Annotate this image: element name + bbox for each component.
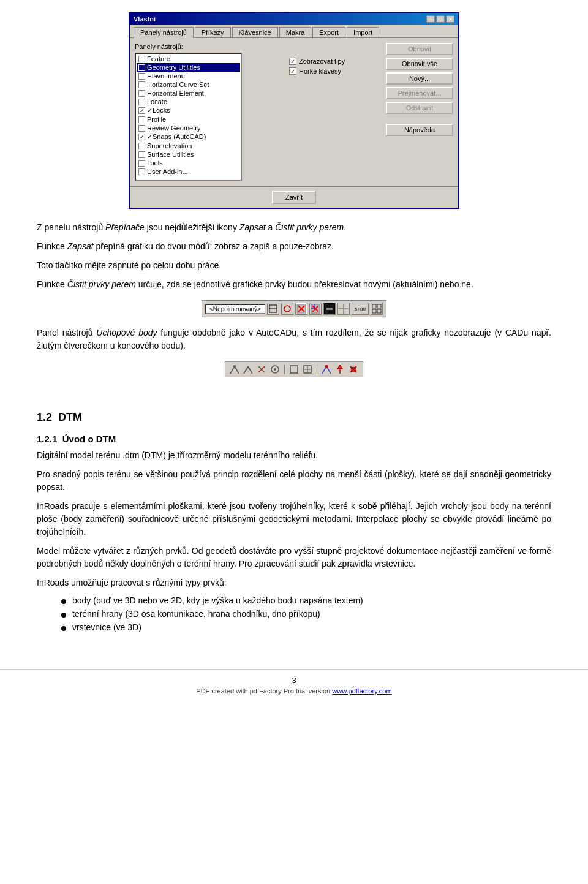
list-item[interactable]: Geometry Utilities [137, 63, 240, 72]
toolbar-icon-zapsat[interactable] [295, 303, 307, 315]
toolbar-icon-counter[interactable]: 5+00 [352, 303, 369, 315]
svg-point-23 [247, 369, 249, 371]
dtm-paragraph-4: Model můžete vytvářet z různých prvků. O… [37, 545, 551, 570]
dialog-title: Vlastní [134, 15, 156, 23]
checkbox-profile[interactable] [138, 116, 145, 123]
paragraph-2: Funkce Zapsat přepíná grafiku do dvou mó… [37, 240, 551, 253]
tab-commands[interactable]: Příkazy [195, 27, 231, 37]
page-number: 3 [292, 676, 296, 685]
list-item[interactable]: Horizontal Element [137, 89, 240, 97]
panel-label: Panely nástrojů: [135, 43, 284, 50]
snap-icon-5[interactable] [288, 364, 300, 375]
snap-icon-6[interactable] [302, 364, 313, 375]
checkbox-tipy-label: Zobrazovat tipy [299, 58, 345, 65]
zavrit-button[interactable]: Zavřít [272, 191, 316, 204]
list-item[interactable]: Review Geometry [137, 124, 240, 132]
list-item[interactable]: User Add-in... [137, 167, 240, 176]
toolbar-icon-1[interactable] [267, 303, 279, 315]
snap-icon-8[interactable] [334, 364, 345, 375]
prejmenovat-button[interactable]: Přejmenovat... [386, 87, 453, 99]
toolbar-icon-grid[interactable] [371, 303, 383, 315]
snap-icon-3[interactable] [256, 364, 267, 375]
dtm-paragraph-2: Pro snadný popis terénu se většinou použ… [37, 468, 551, 494]
list-label: Horizontal Element [147, 89, 204, 97]
maximize-button[interactable]: □ [436, 15, 445, 23]
tab-macros[interactable]: Makra [279, 27, 312, 37]
tab-import[interactable]: Import [347, 27, 379, 37]
list-label: Tools [147, 159, 163, 167]
list-item[interactable]: Tools [137, 159, 240, 167]
svg-line-22 [248, 366, 252, 374]
snap-icon-2[interactable] [243, 364, 254, 375]
checkbox-feature[interactable] [138, 56, 145, 62]
list-label: ✓Locks [147, 107, 170, 115]
checkbox-horke[interactable] [289, 67, 296, 75]
snap-icon-1[interactable] [229, 364, 240, 375]
checkbox-locate[interactable] [138, 99, 145, 105]
footer-link[interactable]: www.pdffactory.com [332, 687, 391, 695]
list-item[interactable]: Profile [137, 115, 240, 124]
checkbox-klavesy-label: Horké klávesy [299, 67, 341, 75]
dialog-footer: Zavřít [130, 186, 458, 208]
svg-rect-11 [326, 308, 333, 310]
checkbox-surface[interactable] [138, 151, 145, 158]
italic-zapsat-2: Zapsat [67, 241, 94, 251]
list-item[interactable]: ✓Locks [137, 106, 240, 115]
svg-point-34 [325, 365, 328, 368]
list-item[interactable]: Feature [137, 55, 240, 63]
list-label: Hlavní menu [147, 72, 185, 80]
list-item[interactable]: Surface Utilities [137, 150, 240, 159]
checkbox-zobrazovat[interactable] [289, 58, 296, 65]
checkbox-geometry[interactable] [138, 64, 145, 71]
checkbox-tools[interactable] [138, 160, 145, 167]
checkbox-helement[interactable] [138, 90, 145, 97]
obnovit-button[interactable]: Obnovit [386, 43, 453, 55]
tab-panels[interactable]: Panely nástrojů [134, 27, 194, 38]
obnovit-vse-button[interactable]: Obnovit vše [386, 58, 453, 70]
toolbar-icon-cistit[interactable] [309, 303, 322, 315]
snap-icon-9[interactable] [348, 364, 359, 375]
list-item[interactable]: Locate [137, 97, 240, 106]
checkbox-super[interactable] [138, 143, 145, 149]
italic-cistit-2: Čistit prvky perem [67, 279, 136, 289]
snap-icon-4[interactable] [270, 364, 281, 375]
list-item[interactable]: Superelevation [137, 142, 240, 150]
checkbox-hcurve[interactable] [138, 81, 145, 88]
novy-button[interactable]: Nový... [386, 72, 453, 85]
page-footer: 3 PDF created with pdfFactory Pro trial … [0, 669, 588, 701]
paragraph-3: Toto tlačítko mějte zapnuté po celou dob… [37, 259, 551, 272]
odstranit-button[interactable]: Odstranit [386, 102, 453, 114]
dialog-titlebar: Vlastní _ □ ✕ [130, 13, 458, 25]
toolbar-strip-container: <Nepojmenovaný> [37, 300, 551, 317]
svg-rect-17 [377, 309, 381, 313]
toolbar-icon-2[interactable] [281, 303, 293, 315]
checkbox-snaps[interactable] [138, 134, 145, 140]
close-button-title[interactable]: ✕ [446, 15, 454, 23]
tab-keyboard[interactable]: Klávesnice [232, 27, 278, 37]
checkbox-hlavni[interactable] [138, 73, 145, 80]
section-2-title: Úvod o DTM [62, 434, 116, 444]
svg-line-21 [244, 366, 248, 374]
panels-listbox[interactable]: Feature Geometry Utilities Hlavní menu [135, 53, 242, 181]
checkbox-useraddin[interactable] [138, 168, 145, 175]
paragraph-5: Panel nástrojů Úchopové body funguje obd… [37, 327, 551, 352]
napoveda-button[interactable]: Nápověda [386, 124, 453, 136]
toolbar-icon-black[interactable] [323, 303, 336, 315]
checkbox-review[interactable] [138, 125, 145, 132]
snap-icon-7[interactable] [321, 364, 332, 375]
list-item[interactable]: ✓Snaps (AutoCAD) [137, 132, 240, 142]
italic-zapsat: Zapsat [239, 222, 266, 232]
bullet-item-2: terénní hrany (3D osa komunikace, hrana … [61, 609, 551, 619]
svg-rect-15 [377, 304, 381, 308]
toolbar-label[interactable]: <Nepojmenovaný> [205, 304, 265, 314]
checkbox-locks[interactable] [138, 107, 145, 114]
list-item[interactable]: Hlavní menu [137, 72, 240, 80]
svg-rect-16 [372, 309, 376, 313]
minimize-button[interactable]: _ [426, 15, 435, 23]
tab-export[interactable]: Export [312, 27, 345, 37]
toolbar-icon-cross[interactable] [337, 303, 350, 315]
list-item[interactable]: Horizontal Curve Set [137, 80, 240, 89]
snap-separator-1 [284, 365, 285, 374]
dialog-window: Vlastní _ □ ✕ Panely nástrojů Příkazy Kl… [129, 12, 459, 209]
dialog-tabs: Panely nástrojů Příkazy Klávesnice Makra… [130, 25, 458, 38]
